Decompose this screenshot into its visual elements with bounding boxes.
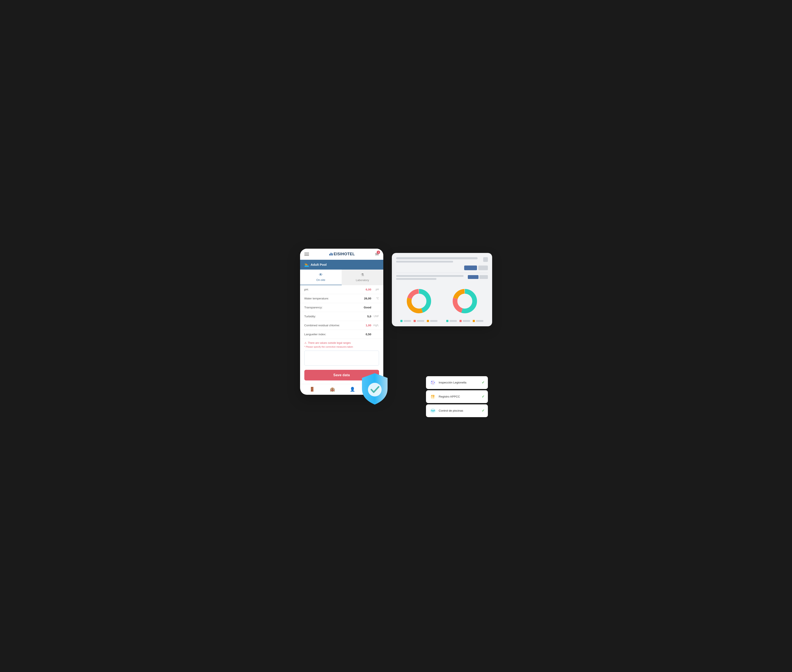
svg-point-15: [432, 382, 433, 382]
row-label: Languelier index:: [304, 333, 359, 336]
svg-point-7: [458, 294, 472, 309]
svg-point-3: [412, 294, 426, 309]
dash-sub-btn[interactable]: [468, 275, 478, 279]
donut-chart-2: [452, 288, 478, 314]
check-label: Inspección Legionella: [439, 381, 479, 384]
row-label: Combined residual chlorine:: [304, 324, 359, 327]
tab-onsite[interactable]: 👁 On-site: [300, 270, 341, 285]
flask-icon: ⚗: [361, 272, 364, 277]
pool-header: 🏊 Adult Pool: [300, 260, 383, 270]
checklist: Inspección Legionella ✓ Registro APPCC ✓: [426, 376, 488, 417]
row-label: Water temperature:: [304, 297, 359, 300]
legend-dot-red-1: [414, 320, 416, 322]
row-value: 26,00: [359, 297, 371, 300]
warning-icon: ⚠: [304, 341, 307, 344]
row-unit: UNF: [373, 315, 379, 318]
dash-sub-btn2[interactable]: [479, 275, 488, 279]
dashboard-tablet: [392, 253, 492, 326]
legend-line: [449, 320, 457, 322]
warning-line: ⚠ There are values outside legal ranges: [304, 341, 379, 344]
table-row: Turbidity: 5,0 UNF: [300, 312, 383, 321]
legend-dot-teal-1: [400, 320, 402, 322]
svg-point-12: [434, 382, 435, 383]
shield-badge: [360, 371, 390, 406]
dash-active-btn[interactable]: [464, 266, 477, 270]
tabs-container: 👁 On-site ⚗ Laboratory: [300, 270, 383, 285]
svg-point-16: [430, 394, 435, 399]
mail-badge: 1: [377, 251, 380, 254]
check-tick: ✓: [482, 381, 484, 384]
dash-divider: [396, 273, 488, 273]
table-row: Languelier index: 0,50: [300, 330, 383, 339]
table-row: pH: 6,00 pH: [300, 285, 383, 294]
appcc-icon-wrap: [430, 393, 436, 400]
person-icon[interactable]: 👤: [350, 387, 355, 392]
dash-right: [482, 257, 488, 262]
logo-text: EISIHOTEL: [333, 252, 355, 256]
legend-line: [404, 320, 411, 322]
legend-line: [430, 320, 438, 322]
list-item: Control de piscinas ✓: [426, 404, 488, 417]
legend-line: [463, 320, 470, 322]
table-row: Water temperature: 26,00 °C: [300, 294, 383, 303]
legend-line: [476, 320, 483, 322]
svg-point-10: [431, 381, 432, 382]
dash-sub-left: [396, 275, 463, 281]
pool-icon: 🏊: [304, 262, 309, 267]
tab-laboratory-label: Laboratory: [356, 278, 369, 282]
dash-sub-bar: [396, 275, 463, 277]
dash-sub-row: [396, 275, 488, 281]
check-tick: ✓: [482, 395, 484, 398]
corrective-label: * Please specify the corrective measures…: [304, 346, 379, 348]
data-rows: pH: 6,00 pH Water temperature: 26,00 °C …: [300, 285, 383, 339]
tab-onsite-label: On-site: [316, 278, 325, 282]
svg-point-8: [368, 383, 382, 397]
legend-dot-gold-1: [427, 320, 429, 322]
list-item: Inspección Legionella ✓: [426, 376, 488, 389]
building-icon[interactable]: 🏨: [330, 387, 335, 392]
row-unit: pH: [373, 288, 379, 291]
legend-line: [417, 320, 424, 322]
legend-group-2: [444, 318, 486, 322]
charts-row: [396, 284, 488, 316]
legend-group-1: [398, 318, 440, 322]
corrective-textarea[interactable]: [304, 350, 379, 366]
row-label: pH:: [304, 288, 359, 291]
row-value: 5,0: [359, 315, 371, 318]
legend-dot-gold-2: [473, 320, 475, 322]
hamburger-menu[interactable]: [304, 253, 309, 256]
svg-point-14: [431, 383, 432, 384]
app-logo: EISIHOTEL: [329, 252, 355, 256]
mail-button[interactable]: ✉ 1: [375, 252, 379, 257]
check-label: Control de piscinas: [439, 409, 479, 412]
row-unit: °C: [373, 297, 379, 300]
corrective-label-text: Please specify the corrective measures t…: [306, 346, 353, 348]
dash-left: [396, 257, 478, 262]
row-value: 1,00: [359, 324, 371, 327]
row-unit: mg/L: [373, 324, 379, 327]
door-icon[interactable]: 🚪: [309, 387, 315, 392]
row-value: 6,00: [359, 288, 371, 291]
scene: EISIHOTEL ✉ 1 🏊 Adult Pool 👁 On-site ⚗ L…: [300, 249, 492, 424]
pool-ctrl-icon-wrap: [430, 407, 436, 414]
dash-small-square: [483, 257, 488, 262]
dash-sub-right: [468, 275, 488, 281]
tab-laboratory[interactable]: ⚗ Laboratory: [341, 270, 383, 285]
dash-sub-bar-short: [396, 278, 437, 280]
dash-inactive-btn[interactable]: [478, 266, 488, 270]
row-value: Good: [359, 306, 371, 309]
legend-dot-red-2: [460, 320, 462, 322]
row-label: Transparency:: [304, 306, 359, 309]
table-row: Combined residual chlorine: 1,00 mg/L: [300, 321, 383, 330]
svg-point-13: [432, 383, 433, 384]
eye-icon: 👁: [319, 272, 323, 277]
check-tick: ✓: [482, 409, 484, 413]
warning-section: ⚠ There are values outside legal ranges …: [300, 339, 383, 349]
warning-text: There are values outside legal ranges: [308, 341, 351, 344]
legend-dot-teal-2: [446, 320, 448, 322]
dash-header-bar: [396, 257, 488, 262]
donut-chart-1: [406, 288, 432, 314]
shield-svg: [360, 371, 390, 406]
dash-bar-small: [396, 261, 453, 262]
svg-point-11: [433, 381, 434, 382]
